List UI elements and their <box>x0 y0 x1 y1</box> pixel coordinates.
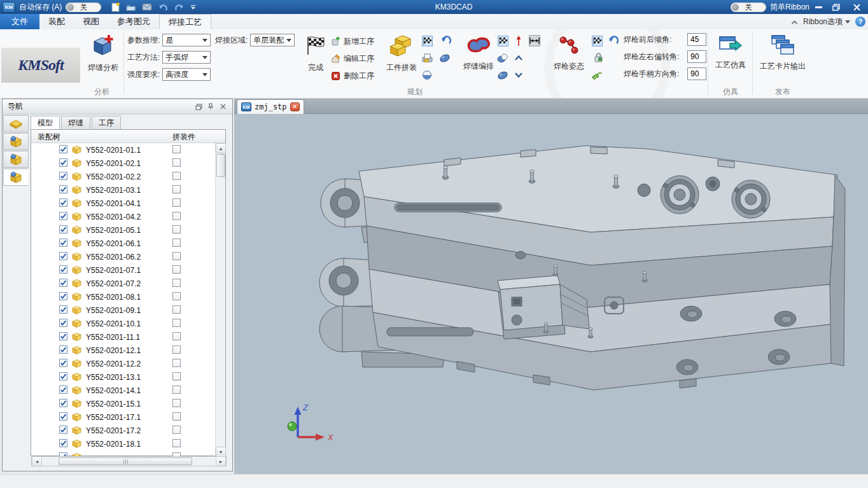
document-tab[interactable]: KM zmj_stp ✕ <box>237 99 304 114</box>
new-document-icon[interactable] <box>110 3 120 12</box>
assembly-checkbox[interactable] <box>172 225 181 234</box>
model-checkbox[interactable] <box>59 345 67 354</box>
simple-ribbon-toggle[interactable]: 关 <box>731 3 766 12</box>
panel-pin-icon[interactable] <box>206 103 215 111</box>
seam-move-up-icon[interactable] <box>513 52 524 64</box>
assembly-checkbox[interactable] <box>172 359 181 367</box>
assembly-checkbox[interactable] <box>172 426 181 434</box>
scroll-down-icon[interactable]: ▼ <box>216 447 226 457</box>
model-checkbox[interactable] <box>59 265 67 274</box>
tree-row[interactable]: Y552-0201-13.1 <box>31 370 215 384</box>
minimize-button[interactable] <box>809 1 827 13</box>
tree-row[interactable]: Y552-0201-11.1 <box>31 330 215 344</box>
param-inference-select[interactable]: 是 <box>162 34 211 46</box>
nav-view-assembly1-button[interactable] <box>3 133 29 150</box>
save-icon[interactable] <box>142 3 152 12</box>
assembly-checkbox[interactable] <box>172 319 181 327</box>
scroll-left-icon[interactable]: ◄ <box>32 456 42 466</box>
model-checkbox[interactable] <box>59 158 67 167</box>
model-checkbox[interactable] <box>59 185 67 193</box>
part-assembly-button[interactable]: 工件拼装 <box>382 32 421 73</box>
torch-pose-button[interactable]: 焊枪姿态 <box>550 32 588 72</box>
model-checkbox[interactable] <box>59 225 67 234</box>
undo-icon[interactable] <box>158 3 168 12</box>
tree-row[interactable]: Y552-0201-15.1 <box>31 397 215 410</box>
model-checkbox[interactable] <box>59 426 67 434</box>
weld-region-select[interactable]: 单层装配 <box>250 34 295 46</box>
cad-canvas[interactable]: Z X <box>234 114 868 474</box>
tree-row[interactable]: Y552-0201-05.1 <box>31 223 215 237</box>
model-checkbox[interactable] <box>59 372 67 380</box>
model-checkbox[interactable] <box>59 279 67 287</box>
sphere-part-icon[interactable] <box>421 69 433 81</box>
tab-view[interactable]: 视图 <box>74 14 108 29</box>
scroll-right-icon[interactable]: ► <box>216 456 226 466</box>
tree-row[interactable]: Y552-0201-09.1 <box>31 303 215 317</box>
tree-row[interactable]: Y552-0201-08.1 <box>31 290 215 303</box>
assembly-checkbox[interactable] <box>172 279 181 287</box>
assembly-checkbox[interactable] <box>172 212 181 220</box>
assembly-checkbox[interactable] <box>172 332 181 340</box>
process-method-select[interactable]: 手弧焊 <box>162 51 211 64</box>
model-checkbox[interactable] <box>59 386 67 394</box>
assembly-checkbox[interactable] <box>172 399 181 407</box>
model-checkbox[interactable] <box>59 252 67 260</box>
tree-row[interactable]: Y552-0201-02.2 <box>31 170 215 183</box>
tab-file[interactable]: 文件 <box>0 14 39 29</box>
assembly-reset-icon[interactable] <box>440 35 452 46</box>
tree-row[interactable]: Y552-0201-12.1 <box>31 344 215 357</box>
tree-row[interactable]: Y552-0201-06.2 <box>31 250 215 263</box>
assembly-checkbox[interactable] <box>172 292 181 300</box>
delete-step-button[interactable]: 删除工序 <box>331 70 374 81</box>
seam-span-icon[interactable] <box>529 35 540 46</box>
process-simulation-button[interactable]: 工艺仿真 <box>711 32 750 71</box>
torch-finish-flag-icon[interactable] <box>591 35 603 46</box>
tab-reference[interactable]: 参考图元 <box>108 14 159 29</box>
torch-handle-input[interactable] <box>687 67 706 80</box>
tab-model[interactable]: 模型 <box>31 116 60 129</box>
assembly-checkbox[interactable] <box>172 239 181 247</box>
torch-pitch-input[interactable] <box>687 33 706 46</box>
capsule-part-icon[interactable] <box>439 52 451 64</box>
autosave-toggle[interactable]: 关 <box>66 3 101 12</box>
tree-row[interactable]: Y552-0201-01.1 <box>31 143 215 157</box>
process-card-output-button[interactable]: 工艺卡片输出 <box>756 32 809 72</box>
model-checkbox[interactable] <box>59 212 67 220</box>
tree-row[interactable]: Y552-0201-07.1 <box>31 263 215 277</box>
seam-finish-flag-icon[interactable] <box>497 35 508 46</box>
app-logo-icon[interactable]: KM <box>3 2 15 13</box>
model-checkbox[interactable] <box>59 439 67 447</box>
tree-row[interactable]: Y552-0201-04.2 <box>31 210 215 223</box>
model-checkbox[interactable] <box>59 412 67 421</box>
tree-horizontal-scrollbar[interactable]: ◄ ► <box>31 456 227 466</box>
tab-weld-seam[interactable]: 焊缝 <box>61 116 90 129</box>
strength-select[interactable]: 高强度 <box>162 68 211 81</box>
tree-row[interactable]: Y552-0201-14.1 <box>31 384 215 397</box>
torch-yaw-input[interactable] <box>687 50 706 63</box>
assembly-checkbox[interactable] <box>172 386 181 394</box>
close-document-icon[interactable]: ✕ <box>290 102 300 111</box>
tab-welding-process[interactable]: 焊接工艺 <box>159 14 211 29</box>
seam-sphere-icon[interactable] <box>497 52 508 64</box>
panel-close-icon[interactable] <box>218 103 227 111</box>
tree-vertical-scrollbar[interactable]: ▲ ▼ <box>215 143 225 457</box>
horizontal-scroll-thumb[interactable] <box>59 457 192 465</box>
finish-button[interactable]: 完成 <box>299 32 332 73</box>
assembly-checkbox[interactable] <box>172 439 181 447</box>
assembly-checkbox[interactable] <box>172 172 181 180</box>
model-checkbox[interactable] <box>59 292 67 300</box>
assembly-checkbox[interactable] <box>172 199 181 207</box>
model-checkbox[interactable] <box>59 332 67 340</box>
tab-process[interactable]: 工序 <box>92 116 121 129</box>
panel-float-icon[interactable] <box>194 103 203 111</box>
tree-row[interactable]: Y552-0201-03.1 <box>31 183 215 197</box>
assembly-finish-flag-icon[interactable] <box>421 35 433 46</box>
restore-button[interactable] <box>827 1 845 13</box>
model-checkbox[interactable] <box>59 399 67 407</box>
open-folder-icon[interactable] <box>126 3 136 12</box>
scroll-up-icon[interactable]: ▲ <box>216 143 226 153</box>
model-checkbox[interactable] <box>59 305 67 314</box>
model-checkbox[interactable] <box>59 145 67 153</box>
vertical-scroll-thumb[interactable] <box>216 154 225 177</box>
help-button[interactable]: ? <box>855 17 865 27</box>
